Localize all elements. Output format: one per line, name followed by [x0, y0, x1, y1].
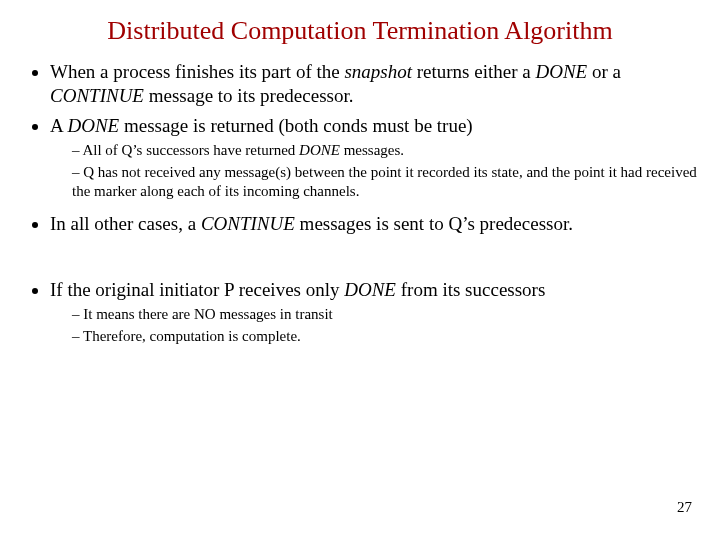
text: or a — [587, 61, 621, 82]
italic-continue: CONTINUE — [201, 213, 295, 234]
page-number: 27 — [677, 499, 692, 516]
text: All of Q’s successors have returned — [82, 142, 299, 158]
bullet-4: If the original initiator P receives onl… — [50, 278, 700, 347]
bullet-2-sublist: All of Q’s successors have returned DONE… — [50, 141, 700, 202]
text: In all other cases, a — [50, 213, 201, 234]
text: from its successors — [396, 279, 545, 300]
text: It means there are NO messages in transi… — [83, 306, 333, 322]
bullet-3: In all other cases, a CONTINUE messages … — [50, 212, 700, 236]
text: If the original initiator P receives onl… — [50, 279, 344, 300]
bullet-4-sub-1: It means there are NO messages in transi… — [72, 305, 700, 325]
spacer — [50, 242, 700, 272]
text: Therefore, computation is complete. — [83, 328, 301, 344]
text: message to its predecessor. — [144, 85, 353, 106]
bullet-2-sub-1: All of Q’s successors have returned DONE… — [72, 141, 700, 161]
italic-done: DONE — [67, 115, 119, 136]
italic-snapshot: snapshot — [344, 61, 412, 82]
bullet-4-sublist: It means there are NO messages in transi… — [50, 305, 700, 346]
italic-done: DONE — [535, 61, 587, 82]
bullet-1: When a process finishes its part of the … — [50, 60, 700, 108]
text: returns either a — [412, 61, 535, 82]
text: Q has not received any message(s) betwee… — [72, 164, 697, 200]
italic-done: DONE — [299, 142, 340, 158]
text: When a process finishes its part of the — [50, 61, 344, 82]
italic-done: DONE — [344, 279, 396, 300]
bullet-2: A DONE message is returned (both conds m… — [50, 114, 700, 202]
text: messages is sent to Q’s predecessor. — [295, 213, 573, 234]
text: message is returned (both conds must be … — [119, 115, 473, 136]
bullet-list: When a process finishes its part of the … — [20, 60, 700, 346]
bullet-4-sub-2: Therefore, computation is complete. — [72, 327, 700, 347]
text: A — [50, 115, 67, 136]
italic-continue: CONTINUE — [50, 85, 144, 106]
slide: Distributed Computation Termination Algo… — [0, 0, 720, 540]
bullet-2-sub-2: Q has not received any message(s) betwee… — [72, 163, 700, 202]
text: messages. — [340, 142, 404, 158]
slide-title: Distributed Computation Termination Algo… — [20, 16, 700, 46]
